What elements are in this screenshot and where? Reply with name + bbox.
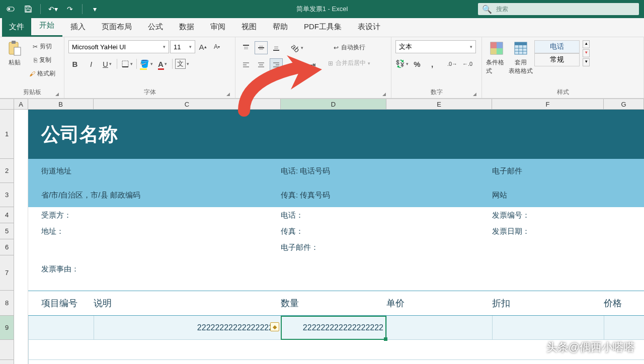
style-up-icon[interactable]: ▴: [583, 40, 590, 48]
col-header-B[interactable]: B: [28, 99, 94, 109]
tab-insert[interactable]: 插入: [62, 18, 94, 37]
tab-help[interactable]: 帮助: [265, 18, 296, 37]
cell-E9[interactable]: [386, 316, 492, 339]
col-header-F[interactable]: F: [492, 99, 604, 109]
row-header-10[interactable]: [0, 340, 14, 360]
cell-D5[interactable]: 传真：: [281, 223, 386, 239]
italic-button[interactable]: I: [85, 57, 98, 70]
hdr-item[interactable]: 项目编号: [28, 291, 94, 315]
cell-B9[interactable]: [28, 316, 94, 339]
font-color-button[interactable]: A: [156, 57, 169, 70]
cell-style-normal[interactable]: 常规: [534, 53, 580, 66]
currency-icon[interactable]: 💱: [395, 57, 409, 70]
tab-formulas[interactable]: 公式: [140, 18, 171, 37]
tab-layout[interactable]: 页面布局: [94, 18, 140, 37]
row-header-7[interactable]: 7: [0, 255, 14, 291]
style-more-icon[interactable]: ▾: [583, 58, 590, 66]
conditional-format-button[interactable]: 条件格式: [486, 40, 507, 75]
row-header-2[interactable]: 2: [0, 159, 14, 183]
clipboard-launcher-icon[interactable]: ◢: [55, 92, 59, 97]
hdr-discount[interactable]: 折扣: [492, 291, 604, 315]
row-header-5[interactable]: 5: [0, 223, 14, 239]
copy-button[interactable]: ⎘复制: [27, 55, 57, 65]
decrease-font-icon[interactable]: A▾: [210, 40, 223, 53]
redo-icon[interactable]: ↷: [63, 2, 77, 16]
font-size-select[interactable]: 11▾: [170, 40, 195, 53]
tab-table-design[interactable]: 表设计: [350, 18, 388, 37]
cell-F2[interactable]: 电子邮件: [492, 159, 604, 183]
error-indicator-icon[interactable]: ◆: [270, 322, 279, 331]
tab-data[interactable]: 数据: [171, 18, 202, 37]
fill-color-button[interactable]: 🪣: [140, 57, 153, 70]
row-header-8[interactable]: 8: [0, 291, 14, 316]
align-center-icon[interactable]: [255, 58, 268, 71]
orientation-icon[interactable]: ab: [291, 41, 304, 54]
align-top-icon[interactable]: [239, 41, 253, 54]
cell-B5[interactable]: 地址：: [28, 223, 94, 239]
search-box[interactable]: 🔍 搜索: [478, 3, 639, 15]
align-left-icon[interactable]: [239, 58, 253, 71]
paste-button[interactable]: 粘贴: [4, 40, 25, 67]
row-header-1[interactable]: 1: [0, 110, 14, 159]
qat-more-icon[interactable]: ▾: [88, 2, 102, 16]
cell-styles-gallery[interactable]: 电话 常规: [534, 40, 580, 66]
increase-decimal-icon[interactable]: .0→: [446, 57, 459, 70]
cell-D4[interactable]: 电话：: [281, 207, 386, 223]
col-header-D[interactable]: D: [281, 99, 386, 109]
tab-pdf[interactable]: PDF工具集: [296, 18, 350, 37]
cell-D3[interactable]: 传真: 传真号码: [281, 183, 386, 207]
cell-G9[interactable]: [604, 316, 644, 339]
align-right-icon[interactable]: [270, 58, 283, 71]
tab-view[interactable]: 视图: [233, 18, 265, 37]
merge-center-button[interactable]: ⊞合并后居中▾: [326, 58, 372, 68]
alignment-launcher-icon[interactable]: ◢: [382, 92, 386, 97]
align-middle-icon[interactable]: [255, 41, 268, 54]
hdr-price[interactable]: 单价: [386, 291, 492, 315]
cell-B3[interactable]: 省/市/自治区，市/县 邮政编码: [28, 183, 281, 207]
col-header-E[interactable]: E: [386, 99, 492, 109]
save-icon[interactable]: [21, 2, 35, 16]
bold-button[interactable]: B: [68, 57, 82, 70]
select-all-button[interactable]: [0, 99, 14, 109]
cell-F4[interactable]: 发票编号：: [492, 207, 604, 223]
cell-B7[interactable]: 发票事由：: [28, 255, 94, 283]
col-header-A[interactable]: A: [14, 99, 28, 109]
cell-F3[interactable]: 网站: [492, 183, 604, 207]
cut-button[interactable]: ✂剪切: [27, 41, 57, 52]
cell-B4[interactable]: 受票方：: [28, 207, 94, 223]
font-launcher-icon[interactable]: ◢: [226, 92, 230, 97]
undo-icon[interactable]: ↶▾: [46, 2, 60, 16]
cell-B2[interactable]: 街道地址: [28, 159, 94, 183]
underline-button[interactable]: U: [101, 57, 114, 70]
cell-F9[interactable]: [492, 316, 604, 339]
hdr-total[interactable]: 价格: [604, 291, 644, 315]
comma-icon[interactable]: ,: [426, 57, 439, 70]
cell-D6[interactable]: 电子邮件：: [281, 239, 386, 255]
border-button[interactable]: [120, 57, 133, 70]
hdr-desc[interactable]: 说明: [94, 291, 281, 315]
format-as-table-button[interactable]: 套用 表格格式: [510, 40, 531, 75]
tab-file[interactable]: 文件: [2, 18, 31, 37]
wrap-text-button[interactable]: ↩自动换行: [326, 42, 372, 53]
format-painter-button[interactable]: 🖌格式刷: [27, 68, 57, 79]
increase-font-icon[interactable]: A▴: [196, 40, 209, 53]
decrease-indent-icon[interactable]: ⇤: [291, 58, 304, 71]
hdr-qty[interactable]: 数量: [281, 291, 386, 315]
decrease-decimal-icon[interactable]: ←.0: [461, 57, 474, 70]
cell-D9[interactable]: 222222222222222222: [281, 316, 386, 339]
row-header-3[interactable]: 3: [0, 183, 14, 207]
percent-icon[interactable]: %: [411, 57, 424, 70]
tab-home[interactable]: 开始: [31, 17, 62, 37]
cell-C9[interactable]: 222222222222222222: [94, 316, 281, 339]
number-format-select[interactable]: 文本▾: [395, 40, 476, 53]
increase-indent-icon[interactable]: ⇥: [306, 58, 319, 71]
number-launcher-icon[interactable]: ◢: [473, 92, 476, 97]
cell-style-phone[interactable]: 电话: [534, 40, 580, 53]
cell-D2[interactable]: 电话: 电话号码: [281, 159, 386, 183]
col-header-C[interactable]: C: [94, 99, 281, 109]
tab-review[interactable]: 审阅: [202, 18, 233, 37]
row-header-9[interactable]: 9: [0, 316, 14, 340]
phonetic-button[interactable]: 文: [176, 57, 189, 70]
autosave-toggle[interactable]: [4, 2, 18, 16]
cell-F5[interactable]: 发票日期：: [492, 223, 604, 239]
